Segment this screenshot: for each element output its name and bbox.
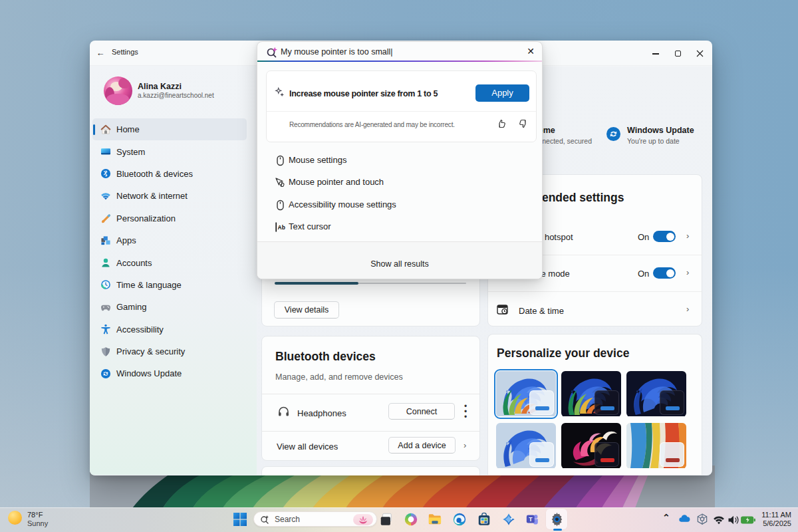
svg-text:T: T — [529, 516, 533, 523]
svg-text:Ab: Ab — [278, 224, 285, 231]
